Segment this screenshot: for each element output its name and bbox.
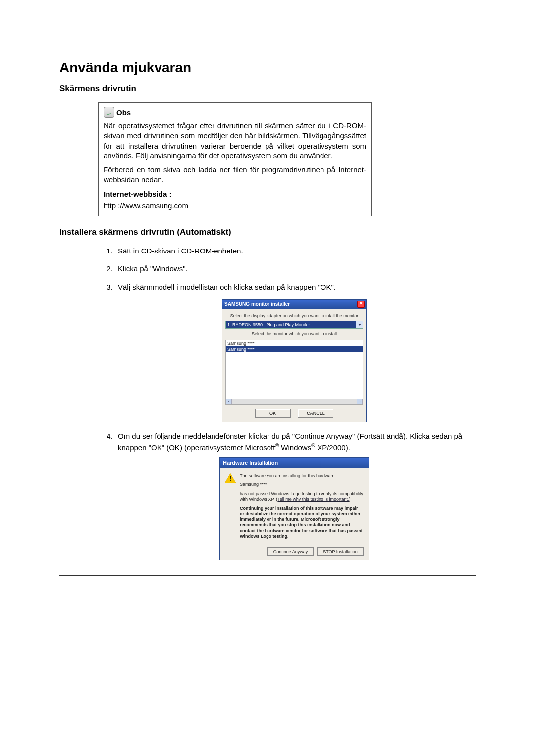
reg-mark-2: ®: [311, 442, 315, 448]
warning-bang: !: [225, 475, 236, 483]
obs-paragraph-1: När operativsystemet frågar efter drivru…: [104, 121, 366, 161]
installer-title: SAMSUNG monitor installer: [224, 301, 290, 308]
continue-anyway-button[interactable]: Continue Anyway: [267, 547, 314, 556]
close-button[interactable]: ✕: [357, 301, 365, 308]
chevron-down-icon: [358, 324, 361, 326]
hw-logo-test-text: has not passed Windows Logo testing to v…: [240, 491, 364, 503]
installer-instruction-1: Select the display adapter on which you …: [225, 313, 363, 319]
samsung-installer-dialog: SAMSUNG monitor installer ✕ Select the d…: [222, 299, 367, 423]
obs-heading: Obs: [116, 108, 131, 118]
step-4-text-c: XP/2000).: [315, 443, 350, 452]
scroll-left-button[interactable]: ‹: [226, 399, 232, 404]
hw-hardware-name: Samsung ****: [240, 482, 364, 487]
page-title: Använda mjukvaran: [59, 60, 476, 76]
ok-button[interactable]: OK: [255, 409, 291, 418]
warning-icon: !: [225, 473, 236, 483]
list-item[interactable]: Samsung ****: [226, 340, 363, 346]
step-1: Sätt in CD-skivan i CD-ROM-enheten.: [115, 246, 476, 256]
install-heading: Installera skärmens drivrutin (Automatis…: [59, 227, 476, 237]
obs-box: Obs När operativsystemet frågar efter dr…: [98, 102, 372, 216]
adapter-dropdown[interactable]: 1. RADEON 9550 : Plug and Play Monitor: [225, 321, 363, 329]
horizontal-scrollbar[interactable]: ‹ ›: [226, 399, 363, 404]
hw-titlebar: Hardware Installation: [220, 458, 369, 468]
stop-installation-button[interactable]: STOP Installation: [317, 547, 364, 556]
list-item-selected[interactable]: Samsung ****: [226, 346, 363, 352]
obs-paragraph-2: Förbered en tom skiva och ladda ner file…: [104, 165, 366, 185]
installer-titlebar: SAMSUNG monitor installer ✕: [222, 300, 366, 309]
hardware-installation-dialog: Hardware Installation ! The software you…: [219, 457, 369, 560]
step-3: Välj skärmmodell i modellistan och klick…: [115, 282, 476, 423]
step-3-text: Välj skärmmodell i modellistan och klick…: [118, 283, 336, 291]
dropdown-button[interactable]: [356, 321, 363, 328]
step-2: Klicka på "Windows".: [115, 264, 476, 274]
bottom-rule: [59, 575, 476, 576]
section-heading: Skärmens drivrutin: [59, 84, 476, 94]
document-page: Använda mjukvaran Skärmens drivrutin Obs…: [0, 0, 535, 605]
scroll-right-button[interactable]: ›: [357, 399, 363, 404]
cancel-button[interactable]: CANCEL: [298, 409, 333, 418]
hw-warning-bold: Continuing your installation of this sof…: [240, 506, 364, 540]
top-rule: [59, 40, 476, 40]
hw-pass-2: ): [349, 497, 350, 502]
step-4: Om du ser följande meddelandefönster kli…: [115, 431, 476, 560]
install-steps: Sätt in CD-skivan i CD-ROM-enheten. Klic…: [59, 246, 476, 560]
hw-why-link[interactable]: Tell me why this testing is important.: [277, 497, 349, 502]
internet-label: Internet-webbsida :: [104, 189, 366, 199]
adapter-selected: 1. RADEON 9550 : Plug and Play Monitor: [226, 321, 356, 328]
step-4-text-b: Windows: [279, 443, 311, 452]
installer-instruction-2: Select the monitor which you want to ins…: [225, 331, 363, 337]
monitor-list[interactable]: Samsung **** Samsung **** ‹ ›: [225, 340, 363, 405]
note-icon: [104, 107, 114, 118]
hw-line-1: The software you are installing for this…: [240, 473, 364, 479]
internet-url: http ://www.samsung.com: [104, 201, 366, 211]
